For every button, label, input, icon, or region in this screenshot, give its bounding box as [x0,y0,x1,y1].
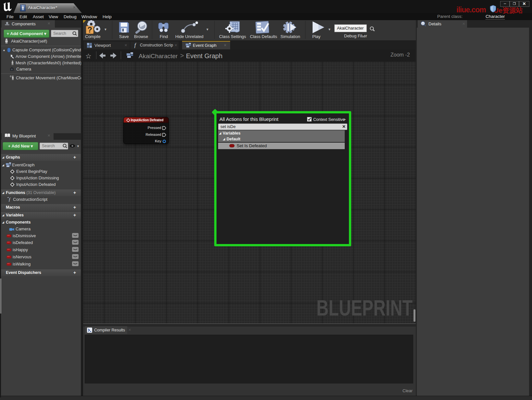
svg-text:?: ? [87,25,92,34]
svg-text:f: f [9,197,11,202]
